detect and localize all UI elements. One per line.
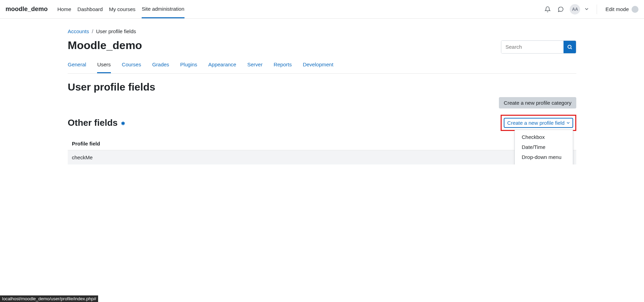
admin-tabs: General Users Courses Grades Plugins App… xyxy=(68,57,576,74)
tab-courses[interactable]: Courses xyxy=(122,57,141,73)
search-icon xyxy=(567,44,572,50)
fields-table: Profile field checkMe xyxy=(68,137,576,164)
highlight-box: Create a new profile field Checkbox Date… xyxy=(501,115,576,131)
topbar: moodle_demo Home Dashboard My courses Si… xyxy=(0,0,644,19)
tab-reports[interactable]: Reports xyxy=(274,57,292,73)
opt-datetime[interactable]: Date/Time xyxy=(515,142,573,152)
divider xyxy=(597,4,597,14)
create-category-button[interactable]: Create a new profile category xyxy=(499,97,576,108)
table-head: Profile field xyxy=(68,137,576,150)
create-field-select[interactable]: Create a new profile field xyxy=(504,118,573,128)
search-input[interactable] xyxy=(501,41,564,53)
breadcrumb-accounts[interactable]: Accounts xyxy=(68,28,89,34)
category-name: Other fields xyxy=(68,117,125,128)
breadcrumb-current: User profile fields xyxy=(96,28,136,34)
tab-grades[interactable]: Grades xyxy=(152,57,169,73)
topright: AA Edit mode xyxy=(543,4,638,15)
tab-plugins[interactable]: Plugins xyxy=(180,57,197,73)
nav-siteadmin[interactable]: Site administration xyxy=(142,0,184,18)
title-row: Moodle_demo xyxy=(68,37,576,57)
field-type-dropdown: Checkbox Date/Time Drop-down menu Social… xyxy=(514,130,573,164)
tab-general[interactable]: General xyxy=(68,57,86,73)
th-profile-field: Profile field xyxy=(68,137,576,150)
avatar[interactable]: AA xyxy=(570,4,580,15)
nav-home[interactable]: Home xyxy=(57,0,71,18)
opt-social[interactable]: Social xyxy=(515,162,573,164)
topnav: Home Dashboard My courses Site administr… xyxy=(57,0,184,18)
category-name-text: Other fields xyxy=(68,117,117,128)
editmode-toggle[interactable]: Edit mode xyxy=(605,6,638,13)
tab-users[interactable]: Users xyxy=(97,57,111,73)
page-body: Accounts / User profile fields Moodle_de… xyxy=(59,19,585,164)
create-field-select-label: Create a new profile field xyxy=(507,120,565,126)
breadcrumb-sep: / xyxy=(92,28,93,34)
td-field-name: checkMe xyxy=(68,150,576,164)
chevron-down-icon xyxy=(567,121,570,125)
opt-checkbox[interactable]: Checkbox xyxy=(515,132,573,142)
svg-point-0 xyxy=(568,45,571,48)
table-row: checkMe xyxy=(68,150,576,164)
site-name-heading: Moodle_demo xyxy=(68,39,142,52)
tab-server[interactable]: Server xyxy=(247,57,263,73)
nav-dashboard[interactable]: Dashboard xyxy=(77,0,103,18)
tab-appearance[interactable]: Appearance xyxy=(208,57,236,73)
search-button[interactable] xyxy=(564,41,576,53)
search-box xyxy=(501,40,576,54)
user-menu-caret-icon[interactable] xyxy=(585,7,588,12)
category-header: Other fields Create a new profile field … xyxy=(68,115,576,131)
editmode-label: Edit mode xyxy=(605,6,629,12)
opt-dropdown[interactable]: Drop-down menu xyxy=(515,152,573,162)
brand[interactable]: moodle_demo xyxy=(6,6,48,13)
tab-development[interactable]: Development xyxy=(303,57,333,73)
nav-mycourses[interactable]: My courses xyxy=(109,0,135,18)
breadcrumb: Accounts / User profile fields xyxy=(68,19,576,37)
create-field-select-wrap: Create a new profile field Checkbox Date… xyxy=(504,118,573,128)
section-title: User profile fields xyxy=(68,81,576,93)
create-category-row: Create a new profile category xyxy=(68,97,576,108)
gear-icon[interactable] xyxy=(120,117,125,128)
bell-icon[interactable] xyxy=(543,5,552,13)
message-icon[interactable] xyxy=(557,5,565,13)
editmode-switch-icon[interactable] xyxy=(632,6,638,13)
